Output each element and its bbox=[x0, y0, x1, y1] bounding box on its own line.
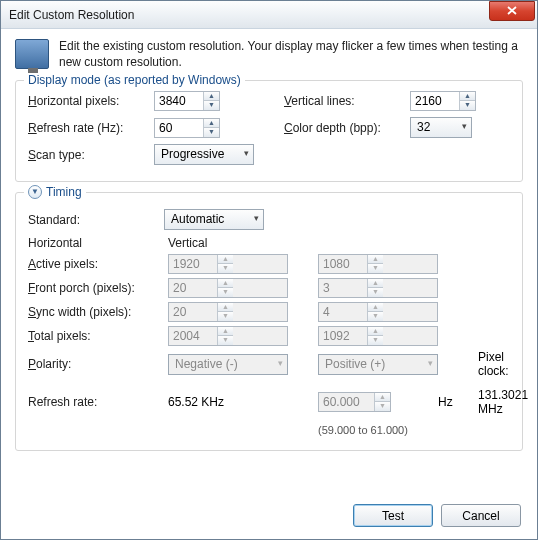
intro-text: Edit the existing custom resolution. You… bbox=[59, 39, 523, 70]
polarity-v-select: Positive (+) bbox=[318, 354, 438, 375]
scantype-select[interactable]: Progressive bbox=[154, 144, 254, 165]
scantype-label: Scan type: bbox=[28, 148, 148, 162]
display-mode-group: Display mode (as reported by Windows) Ho… bbox=[15, 80, 523, 182]
hz-label: Hz bbox=[438, 389, 478, 409]
vlines-label: Vertical lines: bbox=[284, 94, 404, 108]
dialog-window: Edit Custom Resolution Edit the existing… bbox=[0, 0, 538, 540]
timing-group: ▼ Timing Standard: Automatic Horizontal … bbox=[15, 192, 523, 451]
total-v-spinner: ▲▼ bbox=[318, 326, 438, 346]
spin-down-icon[interactable]: ▼ bbox=[460, 101, 475, 110]
chevron-down-icon[interactable]: ▼ bbox=[28, 185, 42, 199]
colordepth-label: Color depth (bpp): bbox=[284, 121, 404, 135]
spin-up-icon[interactable]: ▲ bbox=[204, 92, 219, 101]
standard-label: Standard: bbox=[28, 213, 158, 227]
refresh-h-value: 65.52 KHz bbox=[168, 389, 288, 409]
refresh-spinner[interactable]: ▲▼ bbox=[154, 118, 220, 138]
spin-up-icon[interactable]: ▲ bbox=[204, 119, 219, 128]
spin-down-icon[interactable]: ▼ bbox=[204, 128, 219, 137]
vlines-input[interactable] bbox=[411, 92, 459, 110]
pixelclock-label: Pixel clock: bbox=[478, 350, 528, 378]
spin-up-icon[interactable]: ▲ bbox=[460, 92, 475, 101]
timing-label-text: Timing bbox=[46, 185, 82, 199]
hpixels-spinner[interactable]: ▲▼ bbox=[154, 91, 220, 111]
sync-width-label: Sync width (pixels): bbox=[28, 305, 158, 319]
polarity-h-select: Negative (-) bbox=[168, 354, 288, 375]
timing-group-label: ▼ Timing bbox=[24, 185, 86, 199]
refresh-input[interactable] bbox=[155, 119, 203, 137]
titlebar: Edit Custom Resolution bbox=[1, 1, 537, 29]
close-button[interactable] bbox=[489, 1, 535, 21]
front-v-spinner: ▲▼ bbox=[318, 278, 438, 298]
active-v-spinner: ▲▼ bbox=[318, 254, 438, 274]
vlines-spinner[interactable]: ▲▼ bbox=[410, 91, 476, 111]
cancel-button[interactable]: Cancel bbox=[441, 504, 521, 527]
total-pixels-label: Total pixels: bbox=[28, 329, 158, 343]
intro-row: Edit the existing custom resolution. You… bbox=[15, 39, 523, 70]
hpixels-label: Horizontal pixels: bbox=[28, 94, 148, 108]
front-h-spinner: ▲▼ bbox=[168, 278, 288, 298]
refresh-label: Refresh rate (Hz): bbox=[28, 121, 148, 135]
refresh-v-spinner: ▲▼ bbox=[318, 392, 391, 412]
standard-select[interactable]: Automatic bbox=[164, 209, 264, 230]
active-h-spinner: ▲▼ bbox=[168, 254, 288, 274]
test-button[interactable]: Test bbox=[353, 504, 433, 527]
col-horizontal-header: Horizontal bbox=[28, 236, 168, 250]
sync-h-spinner: ▲▼ bbox=[168, 302, 288, 322]
spin-down-icon[interactable]: ▼ bbox=[204, 101, 219, 110]
active-pixels-label: Active pixels: bbox=[28, 257, 158, 271]
display-mode-group-label: Display mode (as reported by Windows) bbox=[24, 73, 245, 87]
close-icon bbox=[507, 6, 517, 15]
monitor-icon bbox=[15, 39, 49, 69]
refresh-range: (59.000 to 61.000) bbox=[318, 420, 438, 436]
sync-v-spinner: ▲▼ bbox=[318, 302, 438, 322]
pixelclock-value: 131.3021 MHz bbox=[478, 382, 528, 416]
colordepth-select[interactable]: 32 bbox=[410, 117, 472, 138]
dialog-footer: Test Cancel bbox=[353, 504, 521, 527]
window-title: Edit Custom Resolution bbox=[9, 8, 489, 22]
front-porch-label: Front porch (pixels): bbox=[28, 281, 158, 295]
polarity-label: Polarity: bbox=[28, 357, 158, 371]
col-vertical-header: Vertical bbox=[168, 236, 288, 250]
total-h-spinner: ▲▼ bbox=[168, 326, 288, 346]
timing-refresh-label: Refresh rate: bbox=[28, 389, 158, 409]
hpixels-input[interactable] bbox=[155, 92, 203, 110]
